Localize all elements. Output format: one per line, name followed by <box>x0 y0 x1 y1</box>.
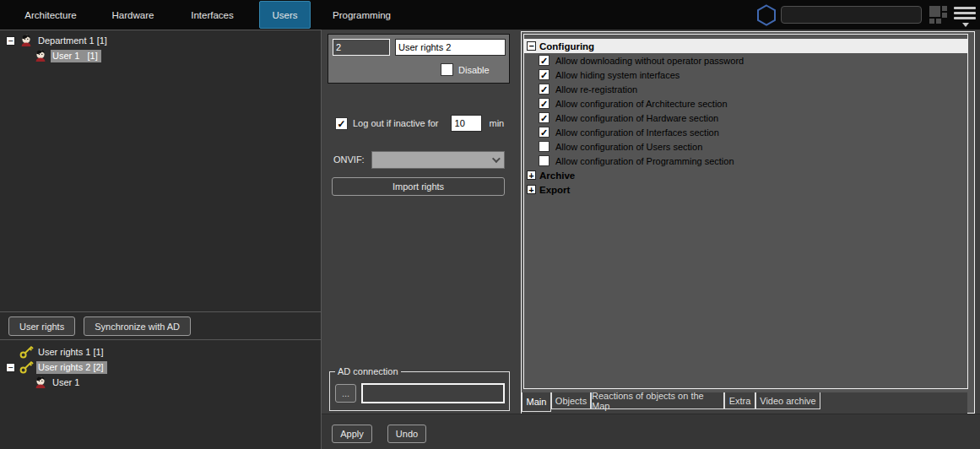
permission-checkbox[interactable]: ✓ <box>539 98 550 109</box>
rights-tab-reactions-of-objects-on-the-map[interactable]: Reactions of objects on the Map <box>591 392 724 409</box>
permission-label: Allow configuration of Hardware section <box>555 113 718 123</box>
department-icon <box>19 34 34 47</box>
permission-label: Allow configuration of Users section <box>555 142 702 152</box>
tree-item-label[interactable]: User rights 2 [2] <box>36 361 107 374</box>
rights-tab-video-archive[interactable]: Video archive <box>755 392 820 409</box>
permission-label: Allow configuration of Programming secti… <box>555 156 734 166</box>
permission-label: Allow re-registration <box>555 84 637 95</box>
left-button-bar: User rights Synchronize with AD <box>0 313 321 340</box>
object-header-box: Disable <box>328 34 510 84</box>
app-logo-hexagon-icon <box>755 4 777 26</box>
permissions-tree: −Configuring✓Allow downloading without o… <box>523 34 968 389</box>
logout-inactive-checkbox[interactable]: ✓ <box>335 117 348 130</box>
permission-row[interactable]: ✓Allow configuration of Hardware section <box>524 111 967 125</box>
permission-row[interactable]: Allow configuration of Programming secti… <box>524 154 967 168</box>
permission-group-label: Configuring <box>539 41 594 51</box>
permission-group-row[interactable]: +Export <box>524 182 967 197</box>
nav-tab-hardware[interactable]: Hardware <box>97 0 169 30</box>
tree-item-label[interactable]: User 1 [1] <box>51 50 101 62</box>
nav-tab-programming[interactable]: Programming <box>323 0 400 30</box>
user-rights-tree: User rights 1 [1]−User rights 2 [2]User … <box>0 341 321 449</box>
main-menu-hamburger-icon[interactable] <box>954 7 976 24</box>
expand-icon[interactable]: + <box>527 170 536 180</box>
import-rights-button[interactable]: Import rights <box>332 177 505 196</box>
permission-group-row[interactable]: −Configuring <box>524 39 967 53</box>
object-id-field[interactable] <box>333 39 390 56</box>
collapse-icon[interactable]: − <box>527 41 536 51</box>
left-panel: −Department 1 [1]User 1 [1] User rights … <box>0 30 322 449</box>
object-name-field[interactable] <box>395 39 506 56</box>
tree-item[interactable]: User 1 <box>0 375 321 390</box>
rights-tab-objects[interactable]: Objects <box>551 392 591 409</box>
tree-item[interactable]: −Department 1 [1] <box>0 33 321 48</box>
permission-checkbox[interactable]: ✓ <box>539 69 550 80</box>
top-navigation-bar: ArchitectureHardwareInterfacesUsersProgr… <box>0 0 980 30</box>
permission-checkbox[interactable]: ✓ <box>539 112 550 123</box>
permission-label: Allow configuration of Interfaces sectio… <box>555 127 719 138</box>
tree-item[interactable]: −User rights 2 [2] <box>0 360 321 375</box>
tree-item-label[interactable]: User 1 <box>51 376 83 389</box>
synchronize-with-ad-button[interactable]: Synchronize with AD <box>84 316 191 336</box>
permission-label: Allow downloading without operator passw… <box>555 56 744 66</box>
apply-button[interactable]: Apply <box>332 425 372 443</box>
inactive-minutes-field[interactable] <box>451 115 482 132</box>
rights-tab-extra[interactable]: Extra <box>724 392 755 409</box>
permission-row[interactable]: ✓Allow downloading without operator pass… <box>524 53 967 68</box>
permission-label: Allow configuration of Architecture sect… <box>555 99 728 109</box>
permission-label: Allow hiding system interfaces <box>555 70 680 80</box>
user-icon <box>34 49 48 62</box>
nav-tab-interfaces[interactable]: Interfaces <box>176 0 248 30</box>
collapse-icon[interactable]: − <box>6 363 15 372</box>
departments-tree: −Department 1 [1]User 1 [1] <box>0 30 321 312</box>
permission-row[interactable]: ✓Allow hiding system interfaces <box>524 68 967 82</box>
user-rights-button[interactable]: User rights <box>8 316 75 336</box>
nav-tab-architecture[interactable]: Architecture <box>14 0 88 30</box>
permission-checkbox[interactable]: ✓ <box>539 55 550 66</box>
key-icon <box>19 345 34 359</box>
disable-label: Disable <box>458 65 490 75</box>
permission-row[interactable]: ✓Allow re-registration <box>524 82 967 96</box>
key-icon <box>19 360 34 374</box>
undo-button[interactable]: Undo <box>387 425 426 443</box>
permission-checkbox[interactable] <box>539 141 550 152</box>
layouts-grid-icon[interactable] <box>929 6 947 24</box>
rights-tab-main[interactable]: Main <box>522 392 551 412</box>
tree-item-label[interactable]: User rights 1 [1] <box>36 346 107 359</box>
search-input[interactable] <box>781 6 922 24</box>
permission-row[interactable]: ✓Allow configuration of Architecture sec… <box>524 96 967 111</box>
ad-browse-button[interactable]: ... <box>335 384 356 403</box>
permission-group-label: Archive <box>539 170 575 181</box>
ad-connection-label: AD connection <box>335 366 401 376</box>
nav-tab-users[interactable]: Users <box>259 1 311 29</box>
logout-inactive-label: Log out if inactive for <box>353 118 439 128</box>
ad-connection-field[interactable] <box>361 383 505 403</box>
ad-connection-group: AD connection ... <box>329 371 510 411</box>
permission-checkbox[interactable] <box>539 155 550 166</box>
onvif-dropdown[interactable] <box>371 151 505 169</box>
collapse-icon[interactable]: − <box>6 36 15 46</box>
expand-icon[interactable]: + <box>527 185 536 194</box>
disable-checkbox[interactable] <box>441 63 453 76</box>
tree-item[interactable]: User 1 [1] <box>0 48 321 63</box>
permission-group-label: Export <box>539 185 570 195</box>
onvif-label: ONVIF: <box>333 154 365 165</box>
tree-item[interactable]: User rights 1 [1] <box>0 344 321 360</box>
permission-checkbox[interactable]: ✓ <box>539 84 550 95</box>
minutes-unit-label: min <box>490 118 505 128</box>
chevron-down-icon <box>492 154 501 163</box>
rights-tab-control: −Configuring✓Allow downloading without o… <box>521 31 975 414</box>
permission-row[interactable]: Allow configuration of Users section <box>524 139 967 154</box>
permission-checkbox[interactable]: ✓ <box>539 127 550 138</box>
rights-tab-strip: MainObjectsReactions of objects on the M… <box>522 392 967 414</box>
user-icon <box>34 376 48 389</box>
tree-item-label[interactable]: Department 1 [1] <box>36 35 111 47</box>
permission-group-row[interactable]: +Archive <box>524 168 967 182</box>
permission-row[interactable]: ✓Allow configuration of Interfaces secti… <box>524 125 967 139</box>
